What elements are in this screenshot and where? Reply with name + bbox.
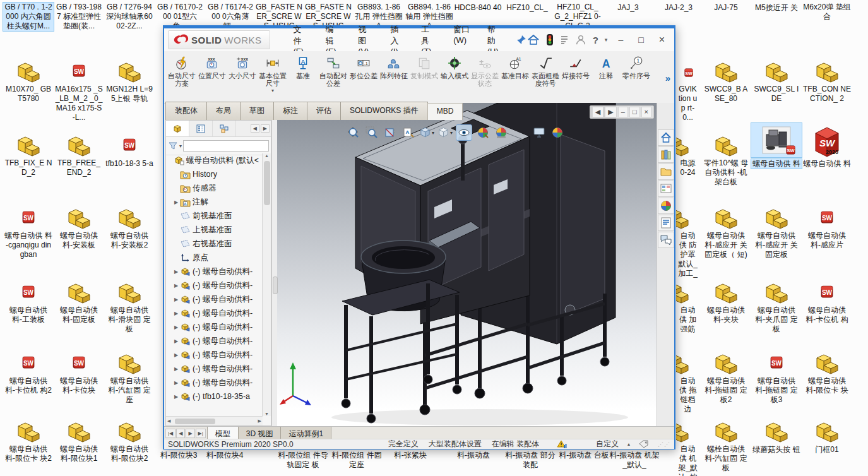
desktop-icon[interactable]: TFB_FIX_E ND_2 [3, 123, 54, 177]
doc-close-button[interactable]: × [641, 107, 651, 117]
desktop-icon[interactable]: 螺母自动供 料-固定板 [54, 270, 104, 324]
view-settings-ball-icon[interactable] [550, 125, 565, 140]
tree-expand-icon[interactable]: ▶ [172, 380, 180, 386]
taskpane-home-icon[interactable] [658, 129, 674, 146]
desktop-icon[interactable]: 自动供 拖链档 边 [676, 341, 699, 414]
desktop-icon[interactable]: 螺母自动供 料-夹块 [701, 270, 751, 324]
desktop-icon[interactable]: SWtfb10-18-3 5-a [104, 123, 155, 169]
tree-scroll-up-icon[interactable]: ▲ [265, 153, 269, 158]
zoom-to-fit-icon[interactable] [346, 125, 361, 140]
tree-expand-icon[interactable]: ▶ [172, 311, 180, 316]
desktop-icon[interactable]: SWCC9_B ASE_80 [701, 49, 751, 104]
window-close-button[interactable]: × [655, 33, 669, 47]
surface-finish-symbol-button[interactable]: 表面粗糙度符号 [530, 51, 561, 103]
window-maximize-button[interactable]: □ [634, 33, 648, 46]
desktop-icon[interactable]: SW螺母自动供 料-卡位块 [54, 341, 104, 395]
tree-item[interactable]: ▶ A 注解 [166, 195, 263, 209]
display-style-icon[interactable]: ▾ [437, 125, 453, 140]
desktop-icon[interactable]: MGN12H L=95上银 导轨 [104, 49, 155, 104]
tree-expand-icon[interactable]: ▶ [172, 283, 180, 289]
desktop-icon[interactable]: SW螺母自动供 料-感应片 [802, 196, 852, 250]
desktop-icon[interactable]: HFZ10_CL_ [502, 1, 552, 13]
tree-item[interactable]: 上视基准面 [166, 223, 263, 237]
desktop-icon[interactable]: SW螺母自动供 料-工装板 [3, 270, 54, 324]
desktop-icon[interactable]: SWGVIK tion up rt-0... [676, 49, 699, 122]
tree-item[interactable]: ▶ (-) 螺母自动供料- [166, 362, 263, 376]
weld-symbol-button[interactable]: 焊接符号 [561, 51, 591, 103]
home-icon[interactable] [527, 34, 540, 45]
tree-item[interactable]: ▶ (-) 螺母自动供料- [166, 278, 263, 292]
graphics-area[interactable]: A▾▾ ◀ ▶ – □ × [271, 103, 657, 426]
tab-草图[interactable]: 草图 [240, 102, 274, 120]
tree-item[interactable]: 传感器 [166, 181, 263, 195]
tab-MBD[interactable]: MBD [427, 103, 463, 120]
desktop-icon[interactable]: SW 2020螺母自动供 料 [802, 123, 852, 169]
desktop-icon[interactable]: 螺母自动供 料-安装板 [54, 196, 104, 250]
tree-item-root[interactable]: 螺母自动供料 (默认< [166, 153, 263, 167]
desktop-icon[interactable]: SWMA16x175 _S_LB_M_2 _0_MA16 x175-S-L... [54, 49, 104, 122]
window-minimize-button[interactable]: – [614, 33, 627, 46]
zoom-to-area-icon[interactable] [364, 125, 379, 140]
desktop-icon[interactable]: 绿蘑菇头按 钮 [751, 409, 802, 455]
view-orientation-icon[interactable]: ▾ [419, 125, 434, 140]
desktop-icon[interactable]: 螺母自动供 料-汽缸固 定座 [104, 341, 155, 405]
feature-tree-tab[interactable] [166, 121, 189, 136]
tab-SOLIDWORKS 插件[interactable]: SOLIDWORKS 插件 [340, 102, 428, 120]
tree-item[interactable]: ▶ (-) 螺母自动供料- [166, 265, 263, 278]
tree-scroll-right-icon[interactable]: ▶ [258, 419, 261, 424]
tree-item[interactable]: ▶ (-) 螺母自动供料- [166, 320, 263, 334]
desktop-icon[interactable]: 螺母自动供 料-限位块1 [54, 409, 104, 463]
status-customize[interactable]: 自定义 [596, 439, 619, 449]
desktop-icon[interactable]: M10X70_ GBT5780 [3, 49, 54, 104]
help-caret-icon[interactable]: ▾ [605, 37, 608, 43]
desktop-icon[interactable]: 螺母自动供 料-限位块2 [104, 409, 155, 463]
filter-funnel-icon[interactable] [168, 141, 178, 151]
desktop-icon[interactable]: SW螺母自动供 料-卡位机 构 [802, 270, 852, 324]
doc-minimize-button[interactable]: – [618, 107, 628, 117]
taskpane-design-library-icon[interactable] [658, 146, 674, 163]
desktop-icon[interactable]: 螺母自动供 料-限位卡 块 [802, 341, 852, 395]
auto-dimension-scheme-button[interactable]: 自动尺寸方案 [167, 51, 197, 103]
view-settings-monitor-icon[interactable] [532, 125, 547, 140]
pattern-feature-button[interactable]: 阵列特征 [379, 51, 409, 103]
doc-tab-3D 视图[interactable]: 3D 视图 [238, 427, 282, 439]
tree-expand-icon[interactable]: ▶ [172, 352, 180, 358]
desktop-icon[interactable]: 门框01 [802, 409, 852, 455]
taskpane-view-palette-icon[interactable] [658, 181, 674, 197]
tab-评估[interactable]: 评估 [307, 102, 341, 120]
panel-tab-scroll-right-icon[interactable]: ▶ [261, 124, 270, 133]
tree-expand-icon[interactable]: ▶ [172, 366, 180, 372]
desktop-icon[interactable]: 螺母自动供 料-夹爪固 定板 [751, 270, 802, 334]
tree-item[interactable]: ▶ (-) 螺母自动供料- [166, 292, 263, 306]
tab-标注[interactable]: 标注 [273, 102, 307, 120]
pin-icon[interactable] [516, 34, 527, 45]
datum-target-button[interactable]: A1基准目标 [500, 51, 530, 103]
doc-tab-运动算例1[interactable]: 运动算例1 [280, 427, 331, 439]
tree-expand-icon[interactable]: ▶ [172, 324, 180, 330]
apply-scene-icon[interactable] [494, 125, 509, 140]
size-dimension-button[interactable]: xxx大小尺寸 [227, 51, 258, 103]
tree-item[interactable]: ▶ (-) 螺母自动供料- [166, 376, 263, 390]
tree-scroll-left-icon[interactable]: ◀ [167, 419, 170, 424]
desktop-icon[interactable]: 自动供 防护罩 默认_ 加工_ [676, 196, 699, 278]
tree-expand-icon[interactable]: ▶ [172, 297, 180, 302]
filter-caret-icon[interactable]: ▾ [179, 143, 182, 149]
tree-item[interactable]: 右视基准面 [166, 237, 263, 251]
tree-item[interactable]: ▶ (-) 螺母自动供料- [166, 334, 263, 348]
desktop-icon[interactable]: 自动供 机架_默 认_按加工_ [676, 409, 699, 476]
desktop-icon[interactable]: GB / T93-1987 标准型弹性垫圈(装... [54, 1, 104, 31]
desktop-icon[interactable]: SW螺母自动供 料-拖链固 定板3 [751, 341, 802, 405]
doc-scroll-left-icon[interactable]: ◀ [592, 107, 603, 117]
performance-traffic-light-icon[interactable] [546, 33, 554, 46]
desktop-icon[interactable]: M5接近开 关 [751, 1, 802, 13]
nav-prev-icon[interactable]: ◀ [176, 429, 185, 438]
doc-restore-button[interactable]: □ [629, 107, 640, 117]
section-view-icon[interactable] [383, 125, 398, 140]
desktop-icon[interactable]: GB / T276-94深沟球轴承6002-2Z... [104, 1, 155, 31]
tree-item[interactable]: ▶ (-) tfb10-18-35-a [166, 390, 263, 403]
desktop-icon[interactable]: 螺母自动供 料-安装板2 [104, 196, 155, 250]
auto-pair-tolerance-button[interactable]: 自动配对公差 [318, 51, 348, 103]
doc-scroll-right-icon[interactable]: ▶ [605, 107, 616, 117]
property-manager-tab[interactable] [189, 121, 213, 136]
desktop-icon[interactable]: SW螺母自动供 料 -cganqigu dingban [3, 196, 54, 259]
